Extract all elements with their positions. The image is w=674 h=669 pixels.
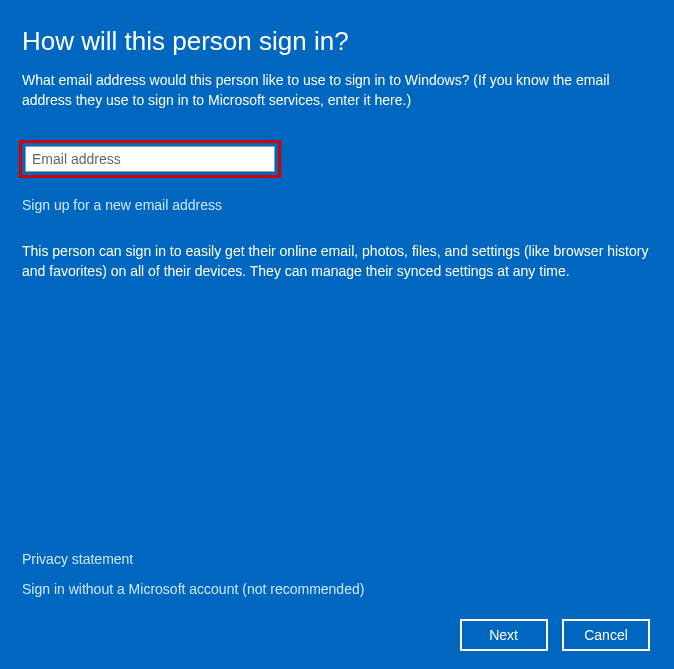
page-title: How will this person sign in? xyxy=(22,26,650,57)
description-text: This person can sign in to easily get th… xyxy=(22,241,650,282)
subtitle-text: What email address would this person lik… xyxy=(22,71,650,110)
button-row: Next Cancel xyxy=(22,619,650,651)
cancel-button[interactable]: Cancel xyxy=(562,619,650,651)
next-button[interactable]: Next xyxy=(460,619,548,651)
footer: Privacy statement Sign in without a Micr… xyxy=(22,551,650,651)
no-microsoft-account-link[interactable]: Sign in without a Microsoft account (not… xyxy=(22,581,650,597)
privacy-link[interactable]: Privacy statement xyxy=(22,551,650,567)
email-input-highlight xyxy=(19,140,281,178)
email-field[interactable] xyxy=(25,146,275,172)
footer-links: Privacy statement Sign in without a Micr… xyxy=(22,551,650,597)
signup-link[interactable]: Sign up for a new email address xyxy=(22,197,222,213)
